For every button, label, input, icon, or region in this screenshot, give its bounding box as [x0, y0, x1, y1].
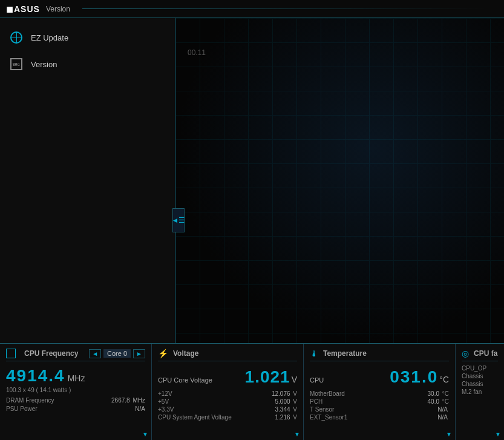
dram-freq-value: 2667.8 MHz — [111, 397, 145, 404]
sidebar-item-version[interactable]: Wc Version — [0, 51, 175, 77]
cpu-freq-unit: MHz — [68, 373, 85, 383]
cpu-freq-header: CPU Frequency ◄ Core 0 ► — [6, 349, 145, 361]
cpu-core-voltage-row: CPU Core Voltage 1.021 V — [158, 365, 297, 389]
cpu-frequency-panel: CPU Frequency ◄ Core 0 ► 4914.4 MHz 100.… — [0, 344, 152, 440]
cpu-freq-detail: 100.3 x 49 ( 14.1 watts ) — [6, 387, 145, 393]
voltage-row-0: +12V 12.076 V — [158, 390, 297, 397]
voltage-panel: ⚡ Voltage CPU Core Voltage 1.021 V +12V … — [152, 344, 304, 440]
cpu-freq-icon — [6, 349, 16, 358]
panel-expand-chevron[interactable]: ▼ — [139, 428, 151, 440]
temp-title: Temperature — [323, 349, 367, 358]
voltage-row-1: +5V 5.000 V — [158, 398, 297, 405]
voltage-icon: ⚡ — [158, 349, 168, 358]
header-title: Version — [46, 5, 70, 13]
sidebar-toggle-button[interactable]: ◄☰ — [172, 208, 185, 232]
cpu-temp-unit: °C — [439, 375, 449, 384]
cpu-temp-value-group: 031.0 °C — [390, 365, 449, 389]
voltage-expand-chevron[interactable]: ▼ — [291, 428, 303, 440]
cpu-temp-row: CPU 031.0 °C — [310, 365, 449, 389]
temp-row-0: MotherBoard 30.0 °C — [310, 390, 449, 397]
voltage-row-2: +3.3V 3.344 V — [158, 406, 297, 413]
globe-icon — [9, 30, 24, 45]
dram-freq-label: DRAM Frequency — [6, 397, 54, 404]
temperature-panel: 🌡 Temperature CPU 031.0 °C MotherBoard 3… — [304, 344, 456, 440]
psu-power-label: PSU Power — [6, 406, 38, 412]
main-container: EZ Update Wc Version ◄☰ 00.11 — [0, 18, 504, 343]
cpu-core-voltage-value: 1.021 — [245, 367, 290, 387]
core-label: Core 0 — [103, 349, 131, 358]
cpu-core-voltage-label: CPU Core Voltage — [158, 376, 212, 384]
asus-logo: ◼ASUS — [6, 4, 40, 14]
sidebar-label-ez-update: EZ Update — [31, 33, 68, 42]
sidebar-item-ez-update[interactable]: EZ Update — [0, 24, 175, 51]
version-display: 00.11 — [188, 48, 206, 57]
fan-row-3: M.2 fan — [462, 389, 498, 395]
temp-header: 🌡 Temperature — [310, 349, 449, 361]
status-bar: CPU Frequency ◄ Core 0 ► 4914.4 MHz 100.… — [0, 343, 504, 440]
fan-row-2: Chassis — [462, 381, 498, 387]
cpu-freq-title: CPU Frequency — [24, 349, 78, 358]
voltage-header: ⚡ Voltage — [158, 349, 297, 361]
temp-row-2: T Sensor N/A — [310, 406, 449, 413]
header-divider — [82, 8, 486, 9]
fan-row-1: Chassis — [462, 373, 498, 379]
psu-power-value: N/A — [135, 406, 145, 412]
cpu-core-voltage-value-group: 1.021 V — [245, 365, 297, 389]
cpu-freq-value: 4914.4 — [6, 367, 65, 384]
core-prev-button[interactable]: ◄ — [89, 349, 101, 358]
header: ◼ASUS Version — [0, 0, 504, 18]
cpu-temp-label: CPU — [310, 376, 324, 384]
fan-title: CPU fa — [474, 349, 497, 358]
temp-row-3: EXT_Sensor1 N/A — [310, 414, 449, 421]
fan-icon: ◎ — [462, 349, 469, 358]
sidebar: EZ Update Wc Version — [0, 18, 175, 343]
core-next-button[interactable]: ► — [133, 349, 145, 358]
fan-row-0: CPU_OP — [462, 365, 498, 372]
bg-circuit — [175, 18, 504, 343]
cpu-core-voltage-unit: V — [292, 375, 297, 384]
version-icon: Wc — [9, 57, 24, 71]
fan-expand-chevron[interactable]: ▼ — [492, 428, 504, 440]
fan-panel: ◎ CPU fa CPU_OP Chassis Chassis M.2 fan … — [456, 344, 504, 440]
voltage-row-3: CPU System Agent Voltage 1.216 V — [158, 414, 297, 421]
core-nav: ◄ Core 0 ► — [89, 349, 145, 358]
toggle-icon: ◄☰ — [172, 216, 186, 225]
cpu-freq-value-row: 4914.4 MHz — [6, 365, 145, 387]
sidebar-label-version: Version — [31, 60, 57, 69]
temp-row-1: PCH 40.0 °C — [310, 398, 449, 405]
psu-power-row: PSU Power N/A — [6, 406, 145, 412]
content-area: 00.11 — [175, 18, 504, 343]
voltage-title: Voltage — [173, 349, 198, 358]
fan-header: ◎ CPU fa — [462, 349, 498, 361]
cpu-temp-value: 031.0 — [390, 367, 438, 387]
temp-expand-chevron[interactable]: ▼ — [443, 428, 455, 440]
temp-icon: 🌡 — [310, 349, 318, 358]
dram-freq-row: DRAM Frequency 2667.8 MHz — [6, 397, 145, 404]
